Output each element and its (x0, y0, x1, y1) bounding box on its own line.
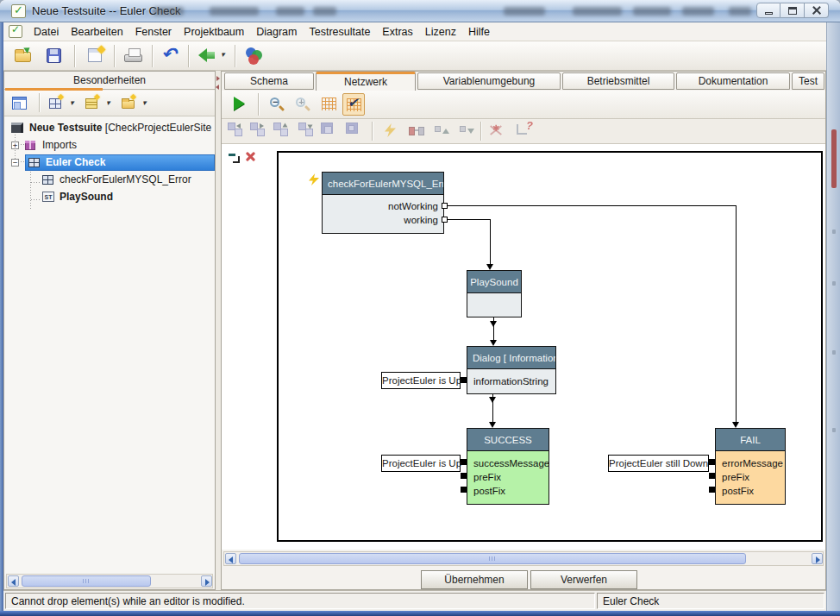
new-package-button[interactable] (120, 93, 151, 114)
menu-datei[interactable]: Datei (28, 24, 65, 40)
tab-dokumentation[interactable]: Dokumentation (676, 72, 790, 90)
in-port-square[interactable] (709, 459, 715, 465)
new-sequence-button[interactable] (84, 93, 115, 114)
print-button[interactable] (121, 44, 147, 68)
title-bar[interactable]: Neue Testsuite -- Euler Check (0, 0, 840, 22)
node-checkforeulermysql-error[interactable]: checkForEulerMYSQL_Error notWorking work… (322, 172, 444, 234)
menu-bar: Datei Bearbeiten Fenster Projektbaum Dia… (3, 22, 826, 41)
value-label[interactable]: ProjectEuler is Up (381, 455, 461, 472)
menu-lizenz[interactable]: Lizenz (419, 24, 462, 40)
tab-variablenumgebung[interactable]: Variablenumgebung (417, 72, 561, 90)
scroll-right-button[interactable] (812, 553, 823, 564)
menu-bearbeiten[interactable]: Bearbeiten (65, 24, 129, 40)
grid-button[interactable] (317, 92, 342, 116)
scroll-left-button[interactable] (8, 575, 19, 587)
move-right-icon[interactable] (250, 123, 271, 140)
tab-schema[interactable]: Schema (224, 72, 314, 90)
scrollbar-thumb[interactable] (22, 575, 151, 587)
layout-icon[interactable] (321, 123, 342, 140)
close-button[interactable] (805, 3, 829, 18)
grid-snap-button[interactable] (342, 93, 365, 116)
move-left-icon[interactable] (228, 123, 248, 140)
menu-projektbaum[interactable]: Projektbaum (178, 24, 250, 40)
in-port-square[interactable] (461, 459, 467, 465)
node-success[interactable]: SUCCESS successMessage preFix postFix (467, 428, 549, 505)
zoom-out-button[interactable]: − (265, 92, 291, 116)
show-panel-button[interactable] (9, 93, 32, 114)
tree-row-imports[interactable]: + Imports (4, 137, 215, 154)
port-successmessage[interactable]: successMessage (467, 456, 549, 470)
delete-icon[interactable] (245, 151, 257, 163)
in-port-square[interactable] (709, 473, 715, 479)
tab-besonderheiten[interactable]: Besonderheiten (4, 72, 215, 90)
menu-extras[interactable]: Extras (376, 24, 418, 40)
navigate-back-button[interactable] (195, 44, 229, 68)
port-prefix[interactable]: preFix (467, 470, 549, 484)
add-connector-icon[interactable] (229, 153, 241, 164)
cut-connection-icon[interactable] (487, 123, 508, 140)
tree-row-playsound[interactable]: ST PlaySound (4, 189, 215, 205)
scroll-right-button[interactable] (201, 575, 212, 587)
port-down-icon[interactable] (456, 123, 477, 140)
in-port-square[interactable] (461, 473, 467, 479)
tab-betriebsmittel[interactable]: Betriebsmittel (562, 72, 674, 90)
menu-testresultate[interactable]: Testresultate (303, 24, 376, 40)
expand-toggle[interactable]: + (11, 141, 19, 149)
fit-view-icon[interactable] (346, 123, 367, 140)
testsuite-icon (11, 123, 23, 133)
port-up-icon[interactable] (431, 123, 452, 140)
colors-button[interactable] (241, 44, 267, 68)
out-port-square[interactable] (442, 203, 448, 209)
in-port-square[interactable] (461, 487, 467, 493)
menu-fenster[interactable]: Fenster (129, 24, 178, 40)
connector-icon[interactable] (407, 123, 428, 140)
collapse-toggle[interactable]: − (11, 159, 19, 167)
zoom-in-button[interactable]: + (291, 92, 317, 116)
port-prefix[interactable]: preFix (716, 470, 785, 484)
undo-button[interactable]: ↶ (159, 44, 185, 68)
tab-netzwerk[interactable]: Netzwerk (316, 72, 416, 91)
save-button[interactable] (41, 44, 67, 68)
tree-row-root[interactable]: Neue Testsuite [CheckProjectEulerSite (4, 120, 215, 136)
value-label[interactable]: ProjectEuler is Up (381, 372, 461, 389)
canvas-horizontal-scrollbar[interactable] (223, 551, 824, 566)
minimize-button[interactable] (756, 3, 780, 18)
move-down-icon[interactable] (298, 123, 319, 140)
check-connection-icon[interactable] (515, 123, 536, 140)
node-fail[interactable]: FAIL errorMessage preFix postFix (715, 428, 786, 505)
tree-row-checkforeuler[interactable]: checkForEulerMYSQL_Error (4, 172, 215, 188)
value-label[interactable]: ProjectEuler still Down (608, 455, 709, 472)
run-button[interactable] (227, 92, 253, 116)
port-notworking[interactable]: notWorking (323, 199, 443, 213)
node-title: PlaySound (467, 271, 521, 293)
out-port-square[interactable] (442, 217, 448, 223)
test-tree: Neue Testsuite [CheckProjectEulerSite + … (4, 116, 215, 575)
node-title: Dialog [ Information ] (467, 347, 555, 369)
port-postfix[interactable]: postFix (467, 484, 549, 498)
in-port-square[interactable] (709, 487, 715, 493)
menu-hilfe[interactable]: Hilfe (462, 24, 496, 40)
port-working[interactable]: working (323, 213, 443, 227)
tree-horizontal-scrollbar[interactable] (6, 574, 213, 588)
background-window-artifact (729, 7, 751, 16)
node-dialog-information[interactable]: Dialog [ Information ] informationString (467, 346, 556, 394)
auto-connect-icon[interactable] (381, 123, 402, 140)
menu-diagram[interactable]: Diagram (250, 24, 303, 40)
tree-row-euler-check[interactable]: − Euler Check (4, 154, 215, 171)
scrollbar-thumb[interactable] (239, 553, 746, 564)
port-informationstring[interactable]: informationString (467, 374, 555, 388)
new-window-button[interactable] (83, 44, 109, 68)
node-playsound[interactable]: PlaySound (467, 270, 522, 317)
network-canvas[interactable]: checkForEulerMYSQL_Error notWorking work… (222, 144, 825, 550)
discard-button[interactable]: Verwerfen (530, 570, 637, 589)
open-button[interactable] (10, 44, 36, 68)
maximize-button[interactable] (780, 3, 805, 18)
move-up-icon[interactable] (273, 123, 294, 140)
in-port-square[interactable] (461, 377, 467, 383)
port-errormessage[interactable]: errorMessage (716, 456, 785, 470)
new-node-button[interactable] (47, 93, 78, 114)
tab-test[interactable]: Test (792, 72, 824, 90)
port-postfix[interactable]: postFix (716, 484, 785, 498)
scroll-left-button[interactable] (225, 553, 236, 564)
apply-button[interactable]: Übernehmen (421, 570, 528, 589)
